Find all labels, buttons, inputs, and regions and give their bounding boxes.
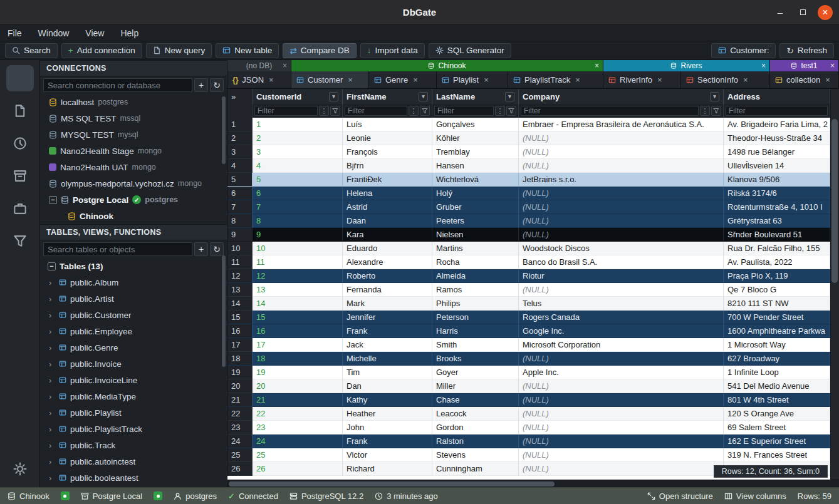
row-number[interactable]: 7 (227, 200, 253, 214)
close-tab-icon[interactable]: × (484, 75, 489, 85)
cell-company[interactable]: (NULL) (519, 352, 724, 366)
row-number[interactable]: 15 (227, 311, 253, 324)
cell-lastname[interactable]: Köhler (432, 131, 519, 145)
row-number[interactable]: 3 (227, 145, 253, 159)
column-header-customerid[interactable]: CustomerId▾ (253, 89, 343, 104)
close-tab-icon[interactable]: × (825, 75, 830, 85)
close-button[interactable]: × (818, 5, 833, 20)
sidebar-archive-icon[interactable] (6, 163, 34, 189)
cell-customerid[interactable]: 20 (253, 379, 343, 393)
filter-menu-icon[interactable]: ⋮ (409, 106, 419, 116)
cell-company[interactable]: (NULL) (519, 214, 724, 228)
column-header-firstname[interactable]: FirstName▾ (343, 89, 432, 104)
cell-firstname[interactable]: Luís (343, 118, 432, 131)
cell-address[interactable]: Ullevĺlsveien 14 (724, 159, 830, 173)
table-row[interactable]: 2222HeatherLeacock(NULL)120 S Orange Ave (227, 407, 830, 421)
table-row[interactable]: 2121KathyChase(NULL)801 W 4th Street (227, 393, 830, 407)
column-header-lastname[interactable]: LastName▾ (432, 89, 519, 104)
filter-input-firstname[interactable] (345, 106, 407, 116)
table-tree-item[interactable]: ›public.Employee (40, 323, 227, 339)
cell-lastname[interactable]: Goyer (432, 366, 519, 379)
menu-window[interactable]: Window (38, 28, 70, 38)
status-connected[interactable]: ✓Connected (228, 491, 278, 501)
cell-customerid[interactable]: 10 (253, 242, 343, 255)
sidebar-file-icon[interactable] (6, 98, 34, 124)
column-header-company[interactable]: Company▾ (519, 89, 724, 104)
filter-input-address[interactable] (726, 106, 828, 116)
import-data-button[interactable]: ↓Import data (360, 43, 425, 58)
cell-company[interactable]: (NULL) (519, 421, 724, 435)
table-row[interactable]: 66HelenaHolý(NULL)Rilská 3174/6 (227, 187, 830, 200)
column-menu-icon[interactable]: ▾ (505, 92, 514, 101)
connection-item[interactable]: MS SQL TESTmssql (40, 110, 227, 126)
cell-company[interactable]: Woodstock Discos (519, 242, 724, 255)
filter-funnel-icon[interactable] (711, 106, 721, 116)
table-row[interactable]: 1515JenniferPetersonRogers Canada700 W P… (227, 311, 830, 324)
customer-button[interactable]: Customer: (711, 43, 776, 58)
table-tree-item[interactable]: ›public.Customer (40, 307, 227, 323)
connection-item[interactable]: olympus-medportal.vychozi.czmongo (40, 175, 227, 192)
search-button[interactable]: Search (5, 43, 58, 58)
table-tree-item[interactable]: ›public.Playlist (40, 404, 227, 421)
table-tree-item[interactable]: ›public.Invoice (40, 356, 227, 372)
cell-firstname[interactable]: Alexandre (343, 255, 432, 269)
cell-firstname[interactable]: Helena (343, 187, 432, 200)
cell-customerid[interactable]: 8 (253, 214, 343, 228)
minimize-button[interactable]: – (773, 5, 788, 20)
sidebar-gear-icon[interactable] (6, 456, 34, 482)
cell-company[interactable]: (NULL) (519, 187, 724, 200)
table-row[interactable]: 1111AlexandreRochaBanco do Brasil S.A.Av… (227, 255, 830, 269)
cell-lastname[interactable]: Smith (432, 338, 519, 352)
row-header-gutter[interactable]: » (227, 89, 253, 104)
row-number[interactable]: 24 (227, 435, 253, 448)
row-number[interactable]: 4 (227, 159, 253, 173)
cell-company[interactable]: Microsoft Corporation (519, 338, 724, 352)
new-query-button[interactable]: New query (146, 43, 212, 58)
close-tab-icon[interactable]: × (283, 61, 287, 70)
table-row[interactable]: 2424FrankRalston(NULL)162 E Superior Str… (227, 435, 830, 448)
row-number[interactable]: 20 (227, 379, 253, 393)
add-connection-icon-button[interactable]: + (194, 78, 208, 92)
cell-address[interactable]: 120 S Orange Ave (724, 407, 830, 421)
status-3-minutes-ago[interactable]: 3 minutes ago (375, 491, 438, 501)
cell-firstname[interactable]: Bjřrn (343, 159, 432, 173)
cell-lastname[interactable]: Wichterlová (432, 173, 519, 187)
close-tab-icon[interactable]: × (595, 61, 599, 70)
cell-customerid[interactable]: 23 (253, 421, 343, 435)
cell-company[interactable]: (NULL) (519, 448, 724, 462)
cell-address[interactable]: Av. Paulista, 2022 (724, 255, 830, 269)
sidebar-database-icon[interactable] (6, 65, 34, 91)
cell-lastname[interactable]: Ramos (432, 283, 519, 297)
row-number[interactable]: 10 (227, 242, 253, 255)
cell-lastname[interactable]: Ralston (432, 435, 519, 448)
table-row[interactable]: 1414MarkPhilipsTelus8210 111 ST NW (227, 297, 830, 311)
expand-chevron-icon[interactable]: › (49, 408, 55, 418)
row-number[interactable]: 18 (227, 352, 253, 366)
status-postgresql-12-2[interactable]: PostgreSQL 12.2 (289, 491, 363, 501)
cell-address[interactable]: 801 W 4th Street (724, 393, 830, 407)
cell-address[interactable]: Rilská 3174/6 (724, 187, 830, 200)
cell-customerid[interactable]: 22 (253, 407, 343, 421)
cell-lastname[interactable]: Leacock (432, 407, 519, 421)
cell-company[interactable]: Embraer - Empresa Brasileira de Aeronáut… (519, 118, 724, 131)
cell-firstname[interactable]: Richard (343, 462, 432, 476)
cell-lastname[interactable]: Gruber (432, 200, 519, 214)
cell-firstname[interactable]: Jennifer (343, 311, 432, 324)
cell-customerid[interactable]: 21 (253, 393, 343, 407)
expand-chevron-icon[interactable]: › (49, 473, 55, 483)
table-row[interactable]: 2525VictorStevens(NULL)319 N. Frances St… (227, 448, 830, 462)
connection-item[interactable]: Nano2Health Stagemongo (40, 143, 227, 159)
cell-address[interactable]: Grétrystraat 63 (724, 214, 830, 228)
status-chinook[interactable]: Chinook (8, 491, 50, 501)
cell-firstname[interactable]: Michelle (343, 352, 432, 366)
cell-firstname[interactable]: FrantiĐek (343, 173, 432, 187)
status-postgre-local[interactable]: Postgre Local (81, 491, 143, 501)
row-number[interactable]: 14 (227, 297, 253, 311)
table-row[interactable]: 1010EduardoMartinsWoodstock DiscosRua Dr… (227, 242, 830, 255)
horizontal-scrollbar-thumb[interactable] (229, 481, 555, 486)
cell-company[interactable]: (NULL) (519, 462, 724, 476)
menu-view[interactable]: View (85, 28, 104, 38)
cell-address[interactable]: 1600 Amphitheatre Parkwa (724, 324, 830, 338)
row-number[interactable]: 12 (227, 269, 253, 283)
cell-lastname[interactable]: Holý (432, 187, 519, 200)
